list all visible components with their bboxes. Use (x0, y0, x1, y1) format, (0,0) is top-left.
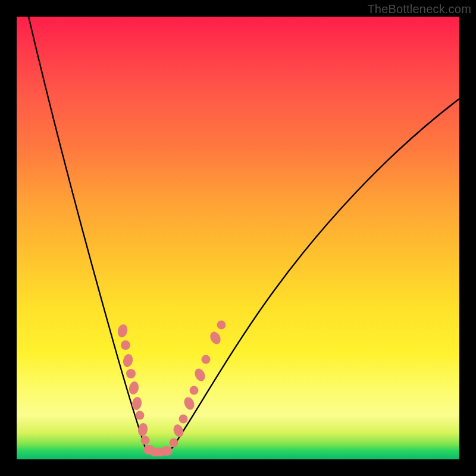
frame: TheBottleneck.com (0, 0, 476, 476)
bead-left-8 (137, 422, 149, 437)
bead-left-9 (141, 436, 150, 445)
bead-left-1 (117, 323, 129, 338)
bead-left-2 (121, 340, 130, 350)
bottleneck-curve (17, 17, 459, 459)
bead-right-9 (217, 321, 226, 330)
bead-left-5 (128, 381, 140, 396)
watermark-text: TheBottleneck.com (367, 2, 471, 16)
bead-bottom-3 (161, 446, 173, 456)
bead-right-2 (171, 423, 185, 439)
bead-right-7 (202, 355, 211, 364)
bead-right-4 (182, 396, 196, 412)
bead-left-4 (126, 369, 136, 378)
bead-right-3 (179, 415, 188, 424)
curve-right (173, 99, 459, 447)
bead-right-6 (193, 367, 207, 383)
bead-left-3 (122, 353, 134, 368)
bead-left-7 (136, 411, 145, 420)
bead-right-5 (190, 386, 199, 395)
bead-right-8 (208, 330, 223, 346)
curve-left (29, 17, 146, 451)
bead-right-1 (170, 439, 178, 447)
plot-area (17, 17, 459, 459)
